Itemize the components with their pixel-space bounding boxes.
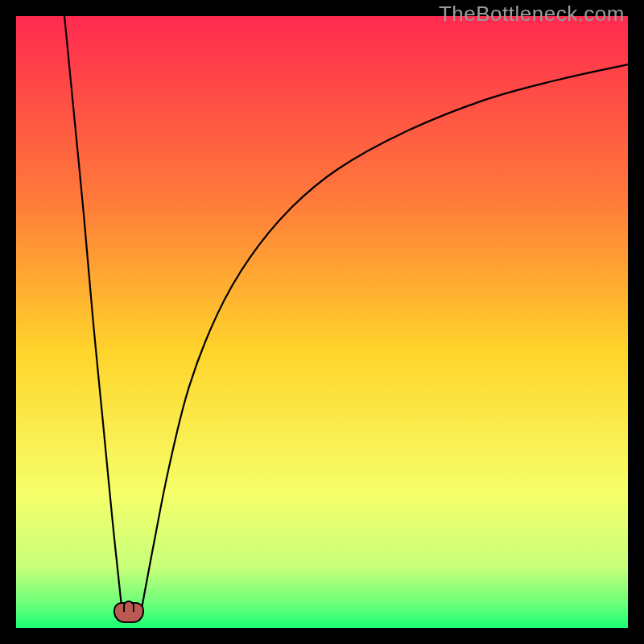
min-marker xyxy=(114,602,144,623)
watermark-text: TheBottleneck.com xyxy=(439,2,625,27)
chart-frame xyxy=(16,16,628,628)
gradient-background xyxy=(16,16,628,628)
chart-plot xyxy=(16,16,628,628)
